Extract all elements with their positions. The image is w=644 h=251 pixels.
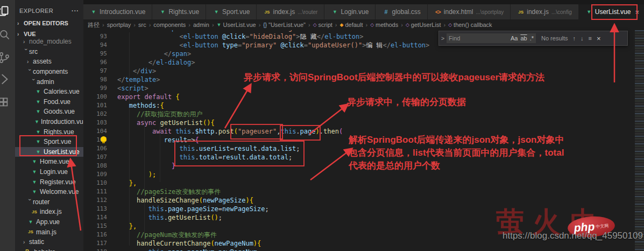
code-line-103[interactable]: 103async getUserList(){ bbox=[83, 118, 635, 127]
files-icon[interactable] bbox=[0, 4, 11, 18]
tree-item-sport-vue[interactable]: ▼Sport.vue bbox=[15, 137, 83, 147]
source-control-icon[interactable] bbox=[0, 51, 11, 65]
breadcrumb-item[interactable]: admin bbox=[193, 22, 209, 28]
css-file-icon: # bbox=[382, 9, 390, 15]
tree-item-home-vue[interactable]: ▼Home.vue bbox=[15, 157, 83, 167]
breadcrumb-separator: › bbox=[308, 22, 310, 28]
code-line-102[interactable]: 102//获取指定页数的用户 bbox=[83, 110, 635, 118]
match-case-icon[interactable]: Aa bbox=[511, 35, 518, 41]
tree-item-introduction-vue[interactable]: ▼Introduction.vue bbox=[15, 117, 83, 127]
vue-file-icon: ▼ bbox=[31, 189, 38, 194]
tree-item-label: .babelrc bbox=[32, 248, 55, 251]
chevron-down-icon: › bbox=[27, 199, 33, 205]
tree-item-src[interactable]: ›src bbox=[15, 47, 83, 57]
find-toggle-replace-icon[interactable]: > bbox=[439, 35, 447, 41]
code-line-118[interactable]: 118this.page.pageNum=newPageNum; bbox=[83, 248, 635, 251]
tree-item-userlist-vue[interactable]: ▼UserList.vue bbox=[15, 147, 83, 157]
breadcrumb-item[interactable]: "UserList.vue" bbox=[268, 22, 306, 28]
tree-item-label: Calories.vue bbox=[44, 88, 80, 95]
tree-item-rights-vue[interactable]: ▼Rights.vue bbox=[15, 127, 83, 137]
file-tree: ›node_modules›src›assets›components›admi… bbox=[15, 37, 83, 251]
tree-item-register-vue[interactable]: ▼Register.vue bbox=[15, 177, 83, 187]
breadcrumb-separator: › bbox=[149, 22, 151, 28]
tree-item-calories-vue[interactable]: ▼Calories.vue bbox=[15, 87, 83, 97]
find-next-icon[interactable]: ↓ bbox=[581, 35, 584, 41]
breadcrumb-item[interactable]: getUserList bbox=[411, 22, 441, 28]
breadcrumb-item[interactable]: default bbox=[345, 22, 363, 28]
tab-sport-vue[interactable]: ▼Sport.vue bbox=[206, 4, 256, 19]
js-file-icon: JS bbox=[263, 10, 271, 15]
window-top-strip bbox=[15, 0, 644, 4]
line-number: 105 bbox=[83, 136, 116, 144]
breadcrumb-item[interactable]: then() callback bbox=[454, 22, 492, 28]
lightbulb-icon[interactable] bbox=[101, 136, 107, 142]
tree-item-login-vue[interactable]: ▼Login.vue bbox=[15, 167, 83, 177]
run-debug-icon[interactable] bbox=[0, 72, 11, 86]
code-line-99[interactable]: 99<script> bbox=[83, 84, 635, 93]
line-number: 110 bbox=[83, 179, 116, 187]
indent-guide bbox=[160, 123, 160, 182]
tree-item-components[interactable]: ›components bbox=[15, 67, 83, 77]
tree-item-index-js[interactable]: JSindex.js bbox=[15, 207, 83, 217]
minimap[interactable] bbox=[635, 30, 644, 251]
whole-word-icon[interactable]: ab bbox=[520, 35, 527, 41]
html-file-icon: <> bbox=[434, 9, 442, 15]
line-number: 111 bbox=[83, 187, 116, 196]
tab-close-icon[interactable]: × bbox=[635, 8, 639, 16]
tab-rights-vue[interactable]: ▼Rights.vue bbox=[152, 4, 206, 19]
tree-item-main-js[interactable]: JSmain.js bbox=[15, 227, 83, 237]
code-line-96[interactable]: 96</el-dialog> bbox=[83, 58, 635, 67]
code-line-111[interactable]: 111//pageSize改变触发的事件 bbox=[83, 187, 635, 196]
tree-item-app-vue[interactable]: ▼App.vue bbox=[15, 217, 83, 227]
tree-item-label: Register.vue bbox=[40, 178, 76, 186]
tree-item-static[interactable]: ›static bbox=[15, 237, 83, 247]
vue-file-icon: ▼ bbox=[27, 219, 34, 225]
breadcrumb-item[interactable]: sportplay bbox=[107, 22, 131, 28]
explorer-actions-icon[interactable]: ··· bbox=[72, 8, 79, 14]
breadcrumb-item[interactable]: src bbox=[138, 22, 146, 28]
code-line-110[interactable]: 110}, bbox=[83, 179, 635, 187]
symbol-icon: ◇ bbox=[313, 22, 317, 27]
find-input[interactable]: Find Aa ab .* bbox=[447, 33, 536, 43]
tree-item-admin[interactable]: ›admin bbox=[15, 76, 83, 87]
chevron-down-icon: › bbox=[27, 69, 33, 75]
vue-file-icon: ▼ bbox=[31, 159, 38, 164]
open-editors-section[interactable]: › OPEN EDITORS bbox=[15, 18, 83, 29]
breadcrumb-item[interactable]: 路径 bbox=[88, 21, 100, 29]
breadcrumb-item[interactable]: components bbox=[153, 22, 186, 28]
vue-icon: ▼ bbox=[217, 22, 222, 27]
tree-item--babelrc[interactable]: B.babelrc bbox=[15, 247, 83, 251]
breadcrumb-separator: › bbox=[102, 22, 104, 28]
tab-global-css[interactable]: #global.css bbox=[376, 4, 427, 19]
tab-index-js[interactable]: JSindex.js...\config bbox=[511, 4, 578, 19]
vue-file-icon: ▼ bbox=[31, 179, 38, 185]
breadcrumb-separator: › bbox=[335, 22, 337, 28]
tab-login-vue[interactable]: ▼Login.vue bbox=[324, 4, 375, 19]
tree-item-goods-vue[interactable]: ▼Goods.vue bbox=[15, 107, 83, 117]
regex-icon[interactable]: .* bbox=[530, 35, 534, 41]
tab-introduction-vue[interactable]: ▼Introduction.vue bbox=[83, 4, 152, 19]
tree-item-welcome-vue[interactable]: ▼Welcome.vue bbox=[15, 187, 83, 197]
tree-item-assets[interactable]: ›assets bbox=[15, 57, 83, 67]
find-widget: > Find Aa ab .* No results ↑ ↓ ≡ × bbox=[438, 31, 628, 46]
find-previous-icon[interactable]: ↑ bbox=[573, 35, 576, 41]
extensions-icon[interactable] bbox=[0, 96, 11, 110]
tree-item-node-modules[interactable]: ›node_modules bbox=[15, 37, 83, 47]
tab-index-js[interactable]: JSindex.js...\router bbox=[257, 4, 324, 19]
tab-label: UserList.vue bbox=[595, 8, 631, 16]
breadcrumb-item[interactable]: methods bbox=[376, 22, 398, 28]
tab-userlist-vue[interactable]: ▼UserList.vue× bbox=[579, 4, 644, 19]
code-line-95[interactable]: 95</span> bbox=[83, 50, 635, 58]
breadcrumb-item[interactable]: script bbox=[319, 22, 332, 28]
breadcrumb: 路径›sportplay›src›components›admin›▼UserL… bbox=[83, 19, 644, 30]
line-number: 103 bbox=[83, 118, 116, 127]
breadcrumb-item[interactable]: UserList.vue bbox=[223, 22, 256, 28]
search-icon[interactable] bbox=[0, 28, 11, 42]
babel-file-icon: B bbox=[23, 249, 31, 251]
tree-item-label: components bbox=[33, 68, 68, 75]
find-in-selection-icon[interactable]: ≡ bbox=[589, 35, 592, 41]
tab-index-html[interactable]: <>index.html...\sportplay bbox=[428, 4, 510, 19]
find-close-icon[interactable]: × bbox=[597, 34, 601, 43]
tree-item-router[interactable]: ›router bbox=[15, 197, 83, 207]
tree-item-food-vue[interactable]: ▼Food.vue bbox=[15, 97, 83, 107]
